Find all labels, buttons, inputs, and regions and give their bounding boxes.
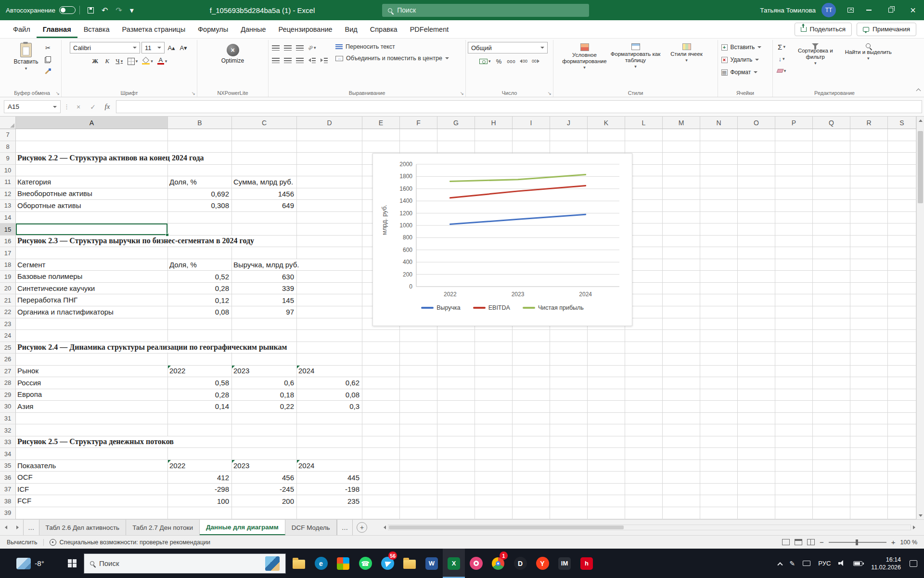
scroll-up-button[interactable] [917,117,924,124]
cell-K37[interactable] [588,484,625,496]
row-header-37[interactable]: 37 [0,484,16,496]
align-middle-button[interactable] [282,42,293,53]
cell-D8[interactable] [297,141,362,153]
cell-K28[interactable] [588,377,625,389]
cell-C13[interactable]: 649 [232,200,297,212]
underline-button[interactable]: Ч▾ [114,55,125,67]
row-header-15[interactable]: 15 [0,223,16,236]
cell-S7[interactable] [888,129,916,141]
cell-A31[interactable] [16,413,168,425]
minimize-button[interactable] [858,0,880,20]
cell-B7[interactable] [168,129,232,141]
font-dialog-launcher[interactable]: ↘ [192,91,195,96]
cell-styles-button[interactable]: Стили ячеек ▾ [661,41,712,70]
ribbon-tab[interactable]: Данные [234,20,272,38]
pink-app-taskbar-icon[interactable] [465,549,487,578]
cell-N11[interactable] [700,176,738,188]
cell-K30[interactable] [588,401,625,413]
dark-app-taskbar-icon[interactable]: D [509,549,531,578]
accessibility-status[interactable]: Специальные возможности: проверьте реком… [60,539,210,546]
chrome-taskbar-icon[interactable]: 1 [487,549,509,578]
cell-R18[interactable] [850,259,888,271]
cell-L38[interactable] [625,495,663,507]
cell-N9[interactable] [700,153,738,165]
zoom-in-button[interactable]: + [891,538,896,546]
align-right-button[interactable] [295,54,305,66]
cell-I36[interactable] [513,472,550,484]
cell-C26[interactable] [232,354,297,366]
comma-style-button[interactable]: 000 [506,55,517,67]
cell-P32[interactable] [775,424,813,436]
cell-P36[interactable] [775,472,813,484]
cell-B29[interactable]: 0,28 [168,389,232,401]
cell-C39[interactable] [232,507,297,519]
cell-D38[interactable]: 235 [297,495,362,507]
bold-button[interactable]: Ж [90,55,101,67]
cell-I29[interactable] [513,389,550,401]
cell-B18[interactable]: Доля, % [168,259,232,271]
cell-J39[interactable] [550,507,588,519]
row-header-16[interactable]: 16 [0,236,16,248]
cell-B28[interactable]: 0,58 [168,377,232,389]
cell-G29[interactable] [437,389,475,401]
cell-K33[interactable] [588,436,625,448]
cell-P37[interactable] [775,484,813,496]
cell-R24[interactable] [850,330,888,342]
fill-button[interactable]: ↓▾ [776,53,788,65]
cell-R21[interactable] [850,294,888,306]
horizontal-scroll-thumb[interactable] [389,525,624,529]
cell-J38[interactable] [550,495,588,507]
cell-S39[interactable] [888,507,916,519]
cell-S36[interactable] [888,472,916,484]
quick-access-menu-button[interactable]: ▾ [126,5,138,16]
cell-R31[interactable] [850,413,888,425]
cell-A15[interactable] [16,223,168,236]
cell-G31[interactable] [437,413,475,425]
cell-A12[interactable]: Внеоборотные активы [16,188,168,200]
yandex-browser-taskbar-icon[interactable]: Y [531,549,553,578]
cell-L32[interactable] [625,424,663,436]
cell-L8[interactable] [625,141,663,153]
cell-N7[interactable] [700,129,738,141]
cell-Q36[interactable] [813,472,850,484]
cell-B30[interactable]: 0,14 [168,401,232,413]
column-header-C[interactable]: C [232,117,297,129]
cell-S16[interactable] [888,236,916,248]
cell-C7[interactable] [232,129,297,141]
cell-L25[interactable] [625,342,663,354]
cell-S24[interactable] [888,330,916,342]
cell-P38[interactable] [775,495,813,507]
whatsapp-taskbar-icon[interactable]: ☎ [354,549,376,578]
cell-N19[interactable] [700,271,738,283]
avatar[interactable]: ТТ [821,3,836,17]
cell-Q22[interactable] [813,306,850,318]
cell-S34[interactable] [888,448,916,460]
cell-O14[interactable] [738,212,775,224]
cell-L39[interactable] [625,507,663,519]
fill-handle[interactable] [166,233,169,236]
cell-A22[interactable]: Органика и пластификаторы [16,306,168,318]
cell-M21[interactable] [663,294,700,306]
cell-I25[interactable] [513,342,550,354]
insert-cells-button[interactable]: +Вставить [720,41,770,53]
column-header-R[interactable]: R [850,117,888,129]
cell-P28[interactable] [775,377,813,389]
cell-C8[interactable] [232,141,297,153]
cell-B19[interactable]: 0,52 [168,271,232,283]
cell-D17[interactable] [297,247,362,259]
cell-R10[interactable] [850,165,888,177]
cell-F35[interactable] [400,460,437,472]
cell-D19[interactable] [297,271,362,283]
cell-E30[interactable] [362,401,400,413]
cell-E27[interactable] [362,366,400,378]
cell-A16[interactable]: Рисунок 2.3 — Структура выручки по бизне… [16,236,168,248]
cell-R9[interactable] [850,153,888,165]
accounting-format-button[interactable]: ▾ [478,55,492,67]
cell-A39[interactable] [16,507,168,519]
cell-S10[interactable] [888,165,916,177]
cell-R33[interactable] [850,436,888,448]
row-header-18[interactable]: 18 [0,259,16,271]
cell-E8[interactable] [362,141,400,153]
cell-O26[interactable] [738,354,775,366]
cell-I37[interactable] [513,484,550,496]
